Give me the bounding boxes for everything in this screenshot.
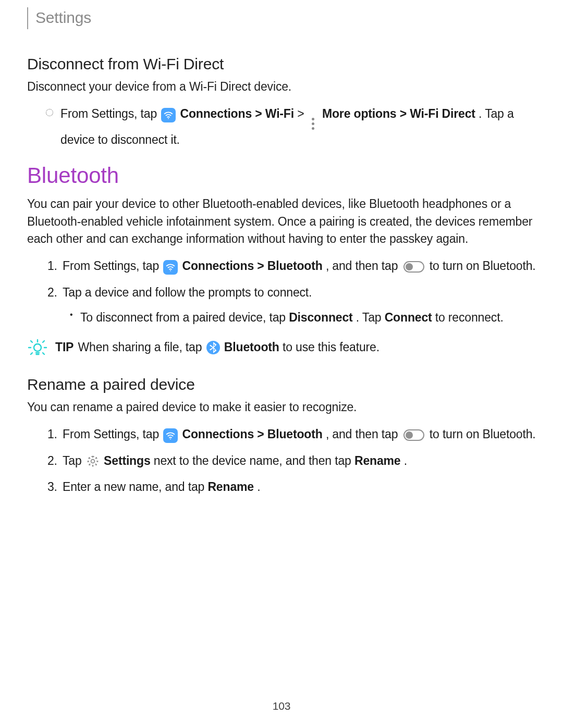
text-fragment: , and then tap [326,259,401,273]
list-item: Tap Settings next to the device name, an… [60,452,536,470]
text-fragment: From Settings, tap [63,259,162,273]
text-fragment: , and then tap [326,427,401,441]
svg-point-0 [168,118,169,119]
text-bold: Settings [104,454,150,467]
text-bold: Bluetooth [267,427,323,441]
text-fragment: When sharing a file, tap [78,340,205,354]
list-item: Tap a device and follow the prompts to c… [60,283,536,327]
text-fragment: Tap a device and follow the prompts to c… [63,286,312,299]
text-fragment: . [257,480,260,493]
text-bold: Connections [180,107,252,120]
text-fragment: To disconnect from a paired device, tap [80,311,289,324]
text-bold: Wi-Fi Direct [410,107,475,120]
wifi-icon [163,428,178,443]
gear-icon [86,454,100,468]
text-bold: Bluetooth [224,340,279,354]
toggle-off-icon [403,261,424,273]
svg-point-3 [170,439,171,440]
breadcrumb: Settings [27,7,536,29]
text-bold: > [400,107,410,120]
text-fragment: > [297,107,308,120]
list-item: From Settings, tap Connections > Wi-Fi >… [60,105,536,149]
text-bold: Connections [182,427,254,441]
hollow-bullet-icon [46,109,53,116]
text-bold: Rename [207,480,254,493]
wifi-icon [161,108,176,122]
heading-disconnect-wifi-direct: Disconnect from Wi-Fi Direct [27,55,536,73]
text-bold: Bluetooth [267,259,323,273]
bluetooth-icon [206,341,220,354]
tip-label: TIP [55,340,74,354]
text-fragment: to use this feature. [283,340,380,354]
list-item: To disconnect from a paired device, tap … [80,309,536,327]
breadcrumb-label: Settings [35,9,91,26]
heading-rename-paired: Rename a paired device [27,376,536,393]
text-bold: > [255,107,265,120]
text-bold: More options [322,107,396,120]
heading-bluetooth: Bluetooth [27,163,536,188]
text-bold: Disconnect [289,311,352,324]
text-bold: > [257,259,267,273]
text-bold: Rename [354,454,401,467]
text-fragment: . Tap [356,311,385,324]
text-fragment: to reconnect. [435,311,504,324]
paragraph: You can pair your device to other Blueto… [27,195,536,248]
text-fragment: Tap [63,454,85,467]
list-item: From Settings, tap Connections > Bluetoo… [60,257,536,275]
more-options-icon [309,117,317,131]
paragraph: Disconnect your device from a Wi-Fi Dire… [27,78,536,95]
text-fragment: next to the device name, and then tap [154,454,354,467]
text-fragment: Enter a new name, and tap [63,480,207,493]
text-fragment: . [404,454,407,467]
tip-callout: TIP When sharing a file, tap Bluetooth t… [27,337,536,358]
svg-point-4 [91,459,94,463]
lightbulb-icon [27,337,48,358]
text-fragment: From Settings, tap [60,107,160,120]
list-item: Enter a new name, and tap Rename . [60,478,536,496]
text-fragment: From Settings, tap [63,427,162,441]
svg-point-1 [170,270,171,272]
text-bold: > [257,427,267,441]
page-number: 103 [0,700,563,712]
paragraph: You can rename a paired device to make i… [27,399,536,416]
text-bold: Connections [182,259,254,273]
text-fragment: to turn on Bluetooth. [430,427,536,441]
text-fragment: to turn on Bluetooth. [430,259,536,273]
list-item: From Settings, tap Connections > Bluetoo… [60,425,536,443]
toggle-off-icon [403,429,424,441]
text-bold: Wi-Fi [265,107,294,120]
svg-point-2 [34,344,41,351]
wifi-icon [163,260,178,275]
text-bold: Connect [385,311,432,324]
